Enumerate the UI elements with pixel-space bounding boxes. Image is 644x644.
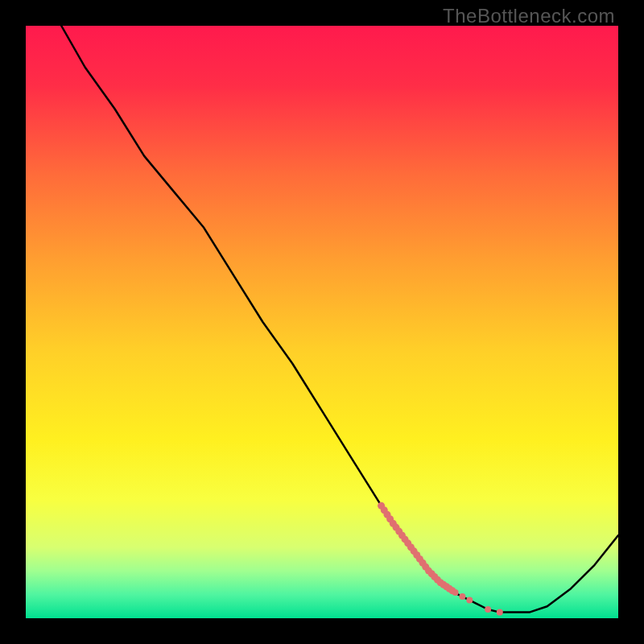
gradient-rect xyxy=(26,26,618,618)
watermark-text: TheBottleneck.com xyxy=(443,5,615,27)
plot-area xyxy=(26,26,618,618)
gradient-background xyxy=(26,26,618,618)
